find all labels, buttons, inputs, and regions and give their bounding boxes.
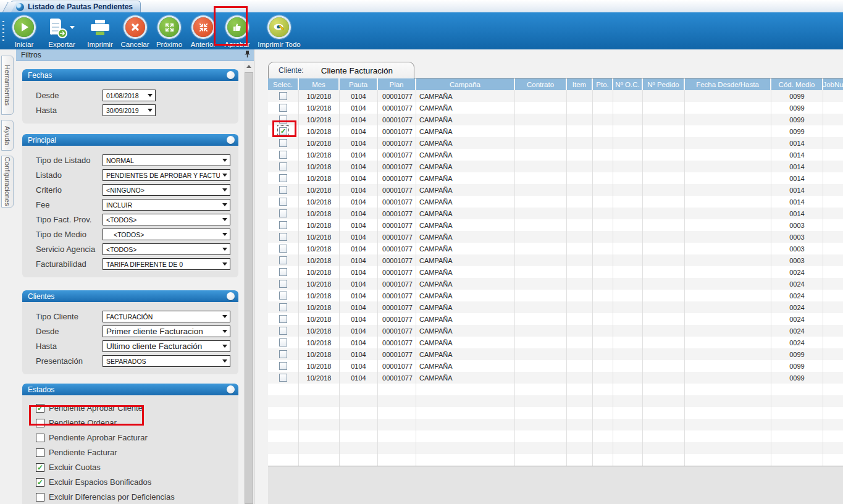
grid-cell — [593, 430, 613, 442]
scrollbar-up-arrow[interactable] — [244, 61, 254, 72]
row-select-checkbox[interactable] — [279, 280, 287, 288]
checkbox[interactable]: ✓ — [36, 463, 44, 472]
grid-cell — [268, 360, 299, 372]
row-select-checkbox[interactable] — [279, 292, 287, 300]
filter-select[interactable]: <TODOS> — [103, 243, 230, 255]
row-select-checkbox[interactable] — [279, 162, 287, 170]
scrollbar-thumb[interactable] — [245, 72, 253, 504]
row-select-checkbox[interactable] — [279, 245, 287, 253]
estado-checkbox-row[interactable]: Pendiente Facturar — [36, 447, 117, 458]
row-select-checkbox[interactable] — [279, 116, 287, 124]
filter-select-value: Primer cliente Facturacion — [106, 327, 203, 336]
section-toggle-dot[interactable] — [227, 136, 235, 144]
grid-column-header[interactable]: Selec. — [268, 78, 299, 90]
filter-select[interactable]: Ultimo cliente Facturación — [103, 340, 230, 352]
grid-column-header[interactable]: Nº Pedido — [643, 78, 685, 90]
imprimir-button[interactable]: Imprimir — [83, 12, 117, 49]
grid-cell — [823, 384, 843, 395]
row-select-checkbox[interactable] — [279, 303, 287, 311]
row-select-checkbox[interactable] — [279, 350, 287, 358]
grid-column-header[interactable]: Pauta — [340, 78, 378, 90]
grid-column-header[interactable]: JobNu — [823, 78, 843, 90]
row-select-checkbox[interactable] — [279, 139, 287, 147]
row-select-checkbox[interactable] — [279, 362, 287, 370]
grid-column-header[interactable]: Item — [567, 78, 593, 90]
exportar-button[interactable]: Exportar — [41, 12, 83, 49]
filter-field-label: Tipo de Listado — [36, 156, 103, 165]
sidebar-tab-herramientas[interactable]: Herramientas — [1, 56, 14, 115]
section-toggle-dot[interactable] — [227, 292, 235, 300]
client-tab[interactable]: Cliente: Cliente Facturación — [268, 62, 414, 78]
checkbox[interactable]: ✓ — [36, 478, 44, 487]
row-select-checkbox[interactable] — [279, 338, 287, 346]
filter-select[interactable]: Primer cliente Facturacion — [103, 326, 230, 337]
grid-column-header[interactable]: Nº O.C. — [613, 78, 643, 90]
window-tab[interactable]: Listado de Pautas Pendientes — [10, 1, 141, 12]
filters-scrollbar[interactable] — [244, 61, 254, 504]
toolbar-grip[interactable] — [2, 21, 4, 42]
row-select-checkbox[interactable] — [279, 233, 287, 241]
grid-column-header[interactable]: Plan — [378, 78, 416, 90]
filter-select[interactable]: 01/08/2018 — [103, 90, 156, 101]
filter-select[interactable]: PENDIENTES DE APROBAR Y FACTURA — [103, 169, 230, 181]
imprimir-todo-button[interactable]: Imprimir Todo — [254, 12, 304, 49]
estado-checkbox-row[interactable]: ✓Excluir Cuotas — [36, 462, 101, 472]
filter-select[interactable]: <NINGUNO> — [103, 184, 230, 196]
filter-select[interactable]: NORMAL — [103, 154, 230, 166]
grid-column-header[interactable]: Pto. — [593, 78, 613, 90]
sidebar-tab-configuraciones[interactable]: Configuraciones — [1, 156, 14, 208]
filter-select[interactable]: INCLUIR — [103, 199, 230, 211]
estado-checkbox-row[interactable]: Pendiente Ordenar — [36, 418, 117, 428]
estado-checkbox-row[interactable]: ✓Excluir Espacios Bonificados — [36, 477, 151, 487]
grid-column-header[interactable]: Campaña — [416, 78, 515, 90]
filter-select[interactable]: TARIFA DIFERENTE DE 0 — [103, 258, 230, 270]
sidebar-tab-ayuda[interactable]: Ayuda — [1, 120, 14, 151]
row-select-checkbox[interactable] — [279, 174, 287, 182]
filter-select[interactable]: <TODOS> — [103, 229, 230, 240]
row-select-checkbox[interactable] — [279, 104, 287, 112]
row-select-checkbox[interactable] — [279, 221, 287, 229]
cancelar-button[interactable]: Cancelar — [117, 12, 153, 49]
tab-slant-edge — [2, 2, 17, 13]
filter-select[interactable]: SEPARADOS — [103, 355, 230, 367]
row-select-checkbox[interactable] — [279, 92, 287, 100]
row-select-checkbox[interactable] — [279, 327, 287, 335]
row-select-checkbox[interactable] — [279, 315, 287, 323]
row-select-checkbox[interactable] — [279, 151, 287, 159]
grid-cell — [613, 161, 643, 172]
row-select-checkbox[interactable] — [279, 198, 287, 206]
row-select-checkbox[interactable] — [279, 256, 287, 264]
grid-column-header[interactable]: Fecha Desde/Hasta — [685, 78, 771, 90]
checkbox[interactable] — [36, 448, 44, 457]
checkbox[interactable] — [36, 493, 44, 502]
row-select-checkbox[interactable] — [279, 186, 287, 194]
filter-select[interactable]: <TODOS> — [103, 214, 230, 225]
row-select-checkbox[interactable] — [279, 268, 287, 276]
checkbox[interactable] — [36, 434, 44, 442]
grid-cell: 10/2018 — [299, 114, 340, 125]
thumbs-up-icon — [227, 17, 247, 37]
row-select-checkbox[interactable] — [279, 374, 287, 382]
filter-select[interactable]: FACTURACIÓN — [103, 311, 230, 322]
aprobar-button[interactable]: Aprobar — [220, 12, 254, 49]
proximo-button[interactable]: Próximo — [153, 12, 186, 49]
checkbox[interactable]: ✓ — [36, 404, 44, 413]
section-toggle-dot[interactable] — [227, 71, 235, 79]
row-select-checkbox[interactable] — [279, 209, 287, 217]
grid-cell — [515, 337, 567, 348]
filter-select[interactable]: 30/09/2019 — [103, 104, 156, 116]
estado-checkbox-row[interactable]: Excluir Diferencias por Deficiencias — [36, 492, 175, 502]
row-select-checkbox[interactable]: ✓ — [279, 127, 287, 135]
checkbox[interactable] — [36, 419, 44, 427]
estado-checkbox-row[interactable]: Pendiente Aprobar Facturar — [36, 432, 148, 443]
filter-select-value: SEPARADOS — [106, 358, 146, 365]
export-dropdown-caret[interactable] — [70, 26, 75, 29]
grid-column-header[interactable]: Contrato — [515, 78, 567, 90]
iniciar-button[interactable]: Iniciar — [7, 12, 41, 49]
grid-column-header[interactable]: Mes — [299, 78, 340, 90]
estado-checkbox-row[interactable]: ✓Pendiente Aprobar Cliente — [36, 403, 143, 413]
anterior-button[interactable]: Anterior — [186, 12, 220, 49]
grid-column-header[interactable]: Cód. Medio — [771, 78, 823, 90]
section-toggle-dot[interactable] — [227, 385, 235, 393]
pin-icon[interactable] — [244, 50, 251, 60]
